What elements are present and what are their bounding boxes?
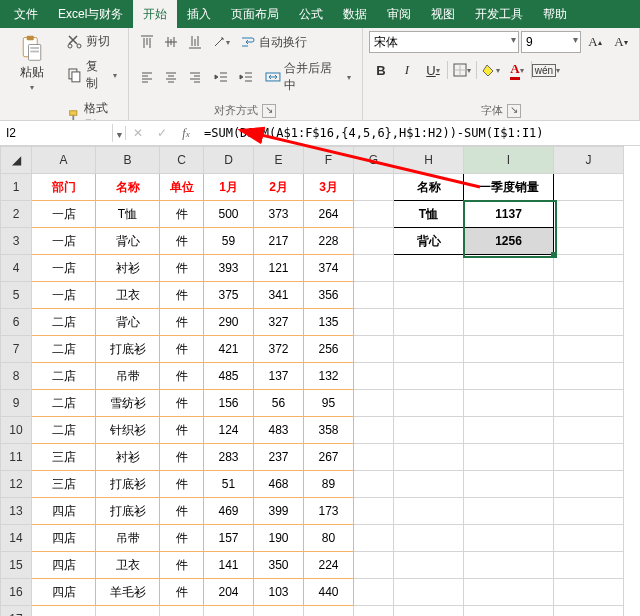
cell[interactable] <box>160 606 204 617</box>
cell[interactable] <box>554 363 624 390</box>
cell[interactable] <box>354 228 394 255</box>
tab-file[interactable]: 文件 <box>4 0 48 28</box>
cut-button[interactable]: 剪切 <box>62 30 122 53</box>
cell[interactable]: 一店 <box>32 228 96 255</box>
cell[interactable]: 59 <box>204 228 254 255</box>
cell[interactable]: 267 <box>304 444 354 471</box>
cell[interactable]: 单位 <box>160 174 204 201</box>
cell[interactable] <box>354 579 394 606</box>
col-header[interactable]: J <box>554 147 624 174</box>
cell[interactable]: 350 <box>254 552 304 579</box>
col-header[interactable]: C <box>160 147 204 174</box>
cell[interactable]: 二店 <box>32 363 96 390</box>
cell[interactable] <box>464 552 554 579</box>
cell[interactable] <box>554 228 624 255</box>
cell[interactable]: 356 <box>304 282 354 309</box>
cell[interactable]: 件 <box>160 390 204 417</box>
cell[interactable] <box>354 309 394 336</box>
row-header[interactable]: 6 <box>1 309 32 336</box>
cell[interactable]: 327 <box>254 309 304 336</box>
cell[interactable] <box>96 606 160 617</box>
cell[interactable] <box>354 552 394 579</box>
fill-handle[interactable] <box>551 252 557 258</box>
cell[interactable] <box>204 606 254 617</box>
cell[interactable]: 件 <box>160 228 204 255</box>
cell[interactable] <box>254 606 304 617</box>
cell[interactable] <box>464 363 554 390</box>
row-header[interactable]: 4 <box>1 255 32 282</box>
name-box[interactable] <box>0 124 113 142</box>
cell[interactable] <box>464 390 554 417</box>
tab-data[interactable]: 数据 <box>333 0 377 28</box>
cell[interactable]: 483 <box>254 417 304 444</box>
cell[interactable]: 51 <box>204 471 254 498</box>
align-top-button[interactable] <box>135 30 159 54</box>
cell[interactable]: 件 <box>160 309 204 336</box>
cell[interactable] <box>554 471 624 498</box>
cell[interactable] <box>394 471 464 498</box>
cell[interactable]: 衬衫 <box>96 255 160 282</box>
cell[interactable]: 374 <box>304 255 354 282</box>
cell[interactable] <box>354 525 394 552</box>
row-header[interactable]: 17 <box>1 606 32 617</box>
cell[interactable] <box>554 336 624 363</box>
row-header[interactable]: 13 <box>1 498 32 525</box>
cell[interactable]: 80 <box>304 525 354 552</box>
row-header[interactable]: 2 <box>1 201 32 228</box>
cell[interactable] <box>394 579 464 606</box>
cell[interactable]: 375 <box>204 282 254 309</box>
row-header[interactable]: 10 <box>1 417 32 444</box>
cell[interactable]: 121 <box>254 255 304 282</box>
row-header[interactable]: 3 <box>1 228 32 255</box>
cell[interactable]: 三店 <box>32 444 96 471</box>
cell[interactable]: 135 <box>304 309 354 336</box>
row-header[interactable]: 14 <box>1 525 32 552</box>
wrap-text-button[interactable]: 自动换行 <box>235 31 312 54</box>
cell[interactable]: 485 <box>204 363 254 390</box>
formula-bar[interactable] <box>198 124 640 142</box>
cell[interactable] <box>554 201 624 228</box>
cell[interactable] <box>354 336 394 363</box>
cell[interactable] <box>394 552 464 579</box>
cell[interactable]: 157 <box>204 525 254 552</box>
cell[interactable]: 290 <box>204 309 254 336</box>
cell[interactable] <box>554 417 624 444</box>
cell[interactable]: 件 <box>160 444 204 471</box>
cell[interactable]: 部门 <box>32 174 96 201</box>
cell[interactable]: 二店 <box>32 336 96 363</box>
cell[interactable]: 3月 <box>304 174 354 201</box>
cell[interactable] <box>354 282 394 309</box>
cell[interactable]: 1月 <box>204 174 254 201</box>
cell[interactable]: 190 <box>254 525 304 552</box>
cell[interactable]: 1137 <box>464 201 554 228</box>
tab-developer[interactable]: 开发工具 <box>465 0 533 28</box>
cell[interactable]: 件 <box>160 255 204 282</box>
cell[interactable]: 440 <box>304 579 354 606</box>
cell[interactable]: 件 <box>160 579 204 606</box>
cell[interactable] <box>354 417 394 444</box>
cell[interactable]: 针织衫 <box>96 417 160 444</box>
cell[interactable]: 217 <box>254 228 304 255</box>
align-bottom-button[interactable] <box>183 30 207 54</box>
cell[interactable] <box>394 336 464 363</box>
italic-button[interactable]: I <box>395 58 419 82</box>
col-header[interactable]: F <box>304 147 354 174</box>
cell[interactable]: 137 <box>254 363 304 390</box>
cell[interactable]: 一店 <box>32 201 96 228</box>
underline-button[interactable]: U▾ <box>421 58 445 82</box>
cell[interactable] <box>394 309 464 336</box>
cell[interactable]: 103 <box>254 579 304 606</box>
cell[interactable] <box>464 498 554 525</box>
cell[interactable] <box>554 444 624 471</box>
cell[interactable]: 141 <box>204 552 254 579</box>
cell[interactable]: 156 <box>204 390 254 417</box>
tab-home[interactable]: 开始 <box>133 0 177 28</box>
cell[interactable] <box>354 363 394 390</box>
cell[interactable]: 卫衣 <box>96 282 160 309</box>
col-header[interactable]: D <box>204 147 254 174</box>
cancel-formula-button[interactable]: ✕ <box>126 126 150 140</box>
cell[interactable] <box>554 282 624 309</box>
tab-help[interactable]: 帮助 <box>533 0 577 28</box>
cell[interactable] <box>554 579 624 606</box>
align-right-button[interactable] <box>183 65 207 89</box>
